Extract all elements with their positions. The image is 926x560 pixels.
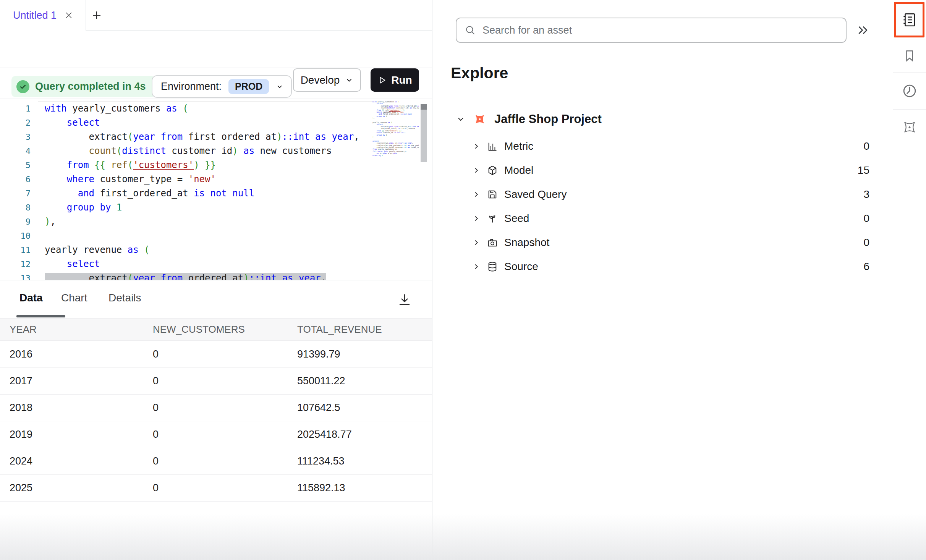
table-cell: 0: [153, 455, 297, 467]
query-status-text: Query completed in 4s: [35, 81, 146, 92]
tree-item-snapshot[interactable]: Snapshot 0: [451, 230, 875, 254]
table-cell: 0: [153, 429, 297, 440]
tree-item-count: 0: [863, 236, 869, 249]
code-line[interactable]: group by 1: [38, 201, 372, 215]
code-area[interactable]: with yearly_customers as ( select extrac…: [38, 102, 372, 280]
line-number: 3: [0, 130, 31, 144]
tree-item-label: Model: [504, 164, 533, 176]
code-line[interactable]: select: [38, 116, 372, 130]
close-tab-icon[interactable]: [64, 11, 73, 20]
code-line[interactable]: select: [38, 257, 372, 271]
column-header-year: YEAR: [10, 324, 153, 335]
line-number: 10: [0, 229, 31, 243]
tree-item-saved-query[interactable]: Saved Query 3: [451, 182, 875, 206]
chevron-right-icon[interactable]: [472, 142, 481, 151]
source-icon: [487, 261, 498, 272]
code-line[interactable]: ),: [38, 215, 372, 229]
code-line[interactable]: and first_ordered_at is not null: [38, 186, 372, 201]
asset-search-box[interactable]: [456, 18, 847, 43]
table-cell: 2018: [10, 402, 153, 414]
tab-chart[interactable]: Chart: [61, 292, 87, 304]
line-number: 9: [0, 215, 31, 229]
search-input[interactable]: [482, 18, 846, 42]
editor-minimap[interactable]: with yearly_customers as ( select extrac…: [372, 101, 419, 278]
tree-item-label: Metric: [504, 140, 533, 152]
rail-item-bookmarks[interactable]: [893, 39, 926, 73]
table-cell: 0: [153, 402, 297, 414]
environment-label: Environment:: [161, 81, 222, 92]
tab-details[interactable]: Details: [108, 292, 141, 304]
collapse-panel-icon[interactable]: [856, 24, 869, 37]
chevron-down-icon[interactable]: [456, 115, 465, 124]
tree-item-label: Snapshot: [504, 236, 549, 249]
download-icon[interactable]: [397, 293, 412, 307]
tree-item-seed[interactable]: Seed 0: [451, 206, 875, 230]
table-cell: 2019: [10, 429, 153, 440]
environment-selector[interactable]: Environment: PROD: [152, 75, 292, 98]
code-line[interactable]: yearly_revenue as (: [38, 243, 372, 257]
code-line[interactable]: with yearly_customers as (: [38, 102, 372, 116]
table-row: 20180107642.5: [0, 395, 432, 421]
editor-scrollbar[interactable]: [421, 104, 427, 162]
tree-item-count: 15: [858, 164, 869, 176]
clock-icon: [902, 83, 918, 99]
tree-item-label: Saved Query: [504, 188, 567, 201]
editor-pane: Untitled 1 Develop Run Query completed i…: [0, 0, 432, 560]
code-line[interactable]: extract(year from first_ordered_at)::int…: [38, 130, 372, 144]
tree-item-label: Seed: [504, 212, 529, 225]
chevron-right-icon[interactable]: [472, 214, 481, 223]
tree-item-count: 0: [863, 212, 869, 225]
tab-data[interactable]: Data: [19, 292, 43, 304]
table-row: 201902025418.77: [0, 421, 432, 448]
environment-value-pill: PROD: [228, 79, 269, 94]
tree-item-source[interactable]: Source 6: [451, 254, 875, 278]
chevron-right-icon[interactable]: [472, 190, 481, 199]
table-cell: 0: [153, 348, 297, 360]
column-header-new-customers: NEW_CUSTOMERS: [153, 324, 297, 335]
chevron-right-icon[interactable]: [472, 238, 481, 247]
code-line[interactable]: [38, 229, 372, 243]
tab-untitled-1[interactable]: Untitled 1: [0, 0, 86, 31]
line-number: 1: [0, 102, 31, 116]
code-line[interactable]: from {{ ref('customers') }}: [38, 158, 372, 172]
model-icon: [487, 165, 498, 176]
rail-item-dbt[interactable]: [893, 110, 926, 145]
line-number: 11: [0, 243, 31, 257]
chevron-right-icon[interactable]: [472, 262, 481, 271]
code-line[interactable]: count(distinct customer_id) as new_custo…: [38, 144, 372, 158]
code-line[interactable]: extract(year from ordered_at)::int as ye…: [38, 271, 372, 280]
seed-icon: [487, 213, 498, 224]
table-cell: 115892.13: [297, 482, 432, 494]
tree-item-metric[interactable]: Metric 0: [451, 134, 875, 158]
line-number: 8: [0, 201, 31, 215]
table-row: 20250115892.13: [0, 475, 432, 502]
sql-editor[interactable]: 12345678910111213 with yearly_customers …: [0, 99, 432, 280]
table-header-row: YEAR NEW_CUSTOMERS TOTAL_REVENUE: [0, 318, 432, 341]
chevron-down-icon: [276, 83, 283, 91]
toolbar: Develop Run: [0, 31, 432, 68]
query-status-badge: Query completed in 4s: [11, 76, 155, 97]
tree-item-model[interactable]: Model 15: [451, 158, 875, 182]
table-cell: 2025: [10, 482, 153, 494]
table-cell: 91399.79: [297, 348, 432, 360]
bookmark-icon: [903, 49, 916, 63]
rail-item-history[interactable]: [893, 73, 926, 110]
snapshot-icon: [487, 237, 498, 248]
line-number: 13: [0, 271, 31, 280]
table-cell: 0: [153, 482, 297, 494]
table-cell: 0: [153, 375, 297, 387]
tree-root-project[interactable]: Jaffle Shop Project: [451, 109, 875, 129]
table-cell: 550011.22: [297, 375, 432, 387]
rail-item-catalog-active[interactable]: [894, 2, 924, 37]
column-header-total-revenue: TOTAL_REVENUE: [297, 324, 432, 335]
new-tab-button[interactable]: [91, 10, 102, 21]
table-row: 20240111234.53: [0, 448, 432, 475]
code-line[interactable]: where customer_type = 'new': [38, 172, 372, 186]
chevron-right-icon[interactable]: [472, 166, 481, 175]
table-cell: 2016: [10, 348, 153, 360]
line-number-gutter: 12345678910111213: [0, 102, 31, 280]
table-cell: 107642.5: [297, 402, 432, 414]
tree-item-count: 6: [863, 261, 869, 273]
active-tab-underline: [16, 315, 65, 317]
table-row: 2016091399.79: [0, 341, 432, 368]
